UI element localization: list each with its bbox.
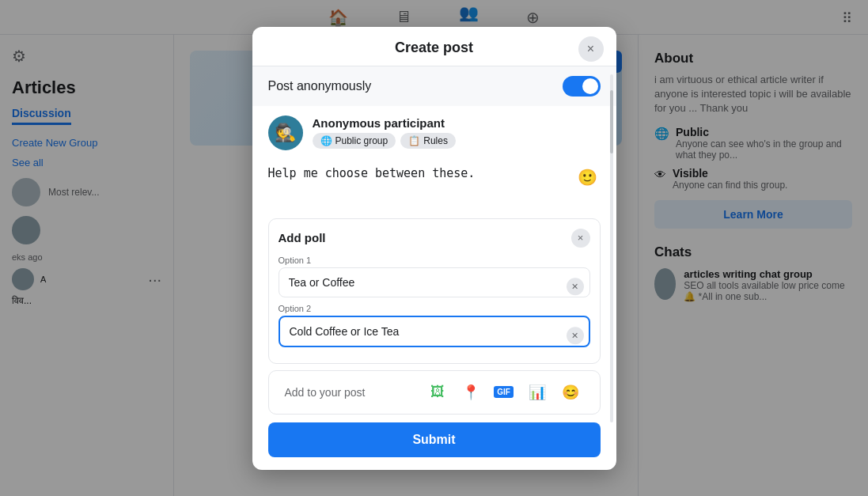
create-post-modal: Create post × Post anonymously 🕵️ Anonym… <box>252 27 616 470</box>
poll-option-2: Option 2 ✕ <box>279 304 590 347</box>
add-photo-button[interactable]: 🖼 <box>424 379 451 406</box>
add-to-post-label: Add to your post <box>285 386 366 399</box>
rules-icon: 📋 <box>408 135 420 146</box>
poll-section: Add poll × Option 1 ✕ Option 2 ✕ <box>268 218 601 364</box>
option1-clear-button[interactable]: ✕ <box>567 278 584 295</box>
public-group-badge[interactable]: 🌐 Public group <box>313 133 396 149</box>
modal-overlay: Create post × Post anonymously 🕵️ Anonym… <box>0 0 868 496</box>
public-group-label: Public group <box>335 135 389 146</box>
profile-row: 🕵️ Anonymous participant 🌐 Public group … <box>252 106 616 160</box>
modal-title: Create post <box>395 40 473 56</box>
modal-close-button[interactable]: × <box>578 36 604 62</box>
option1-input[interactable] <box>279 267 590 297</box>
badges-row: 🌐 Public group 📋 Rules <box>313 133 456 149</box>
option1-label: Option 1 <box>279 256 590 265</box>
anonymous-label: Post anonymously <box>268 79 372 93</box>
anonymous-row: Post anonymously <box>252 66 616 106</box>
option2-label: Option 2 <box>279 304 590 313</box>
gif-label: GIF <box>494 386 514 398</box>
post-input-area: 🙂 <box>252 160 616 212</box>
poll-header: Add poll × <box>279 229 590 248</box>
poll-title: Add poll <box>279 231 326 244</box>
modal-header: Create post × <box>252 27 616 66</box>
add-emoji-button[interactable]: 😊 <box>557 379 584 406</box>
toggle-slider <box>563 76 601 97</box>
option2-clear-button[interactable]: ✕ <box>567 327 584 344</box>
add-poll-button[interactable]: 📊 <box>524 379 551 406</box>
add-location-button[interactable]: 📍 <box>457 379 484 406</box>
modal-body: Post anonymously 🕵️ Anonymous participan… <box>252 66 616 457</box>
scroll-track <box>610 74 613 422</box>
rules-badge[interactable]: 📋 Rules <box>400 133 456 149</box>
anon-avatar-icon: 🕵️ <box>275 123 296 143</box>
poll-option-1: Option 1 ✕ <box>279 256 590 297</box>
emoji-picker-button[interactable]: 🙂 <box>578 168 597 187</box>
add-icons-row: 🖼 📍 GIF 📊 😊 <box>424 379 584 406</box>
post-text-input[interactable] <box>268 166 601 206</box>
scroll-thumb[interactable] <box>610 90 613 153</box>
rules-label: Rules <box>423 135 448 146</box>
poll-close-button[interactable]: × <box>571 229 590 248</box>
add-gif-button[interactable]: GIF <box>491 379 517 406</box>
public-group-icon: 🌐 <box>320 135 332 146</box>
anonymous-name: Anonymous participant <box>313 116 456 130</box>
anonymous-toggle[interactable] <box>563 76 601 97</box>
profile-info: Anonymous participant 🌐 Public group 📋 R… <box>313 116 456 149</box>
submit-button[interactable]: Submit <box>268 422 601 457</box>
anonymous-avatar: 🕵️ <box>268 115 303 150</box>
add-to-post-bar: Add to your post 🖼 📍 GIF 📊 😊 <box>268 370 601 415</box>
option2-input[interactable] <box>279 316 590 347</box>
